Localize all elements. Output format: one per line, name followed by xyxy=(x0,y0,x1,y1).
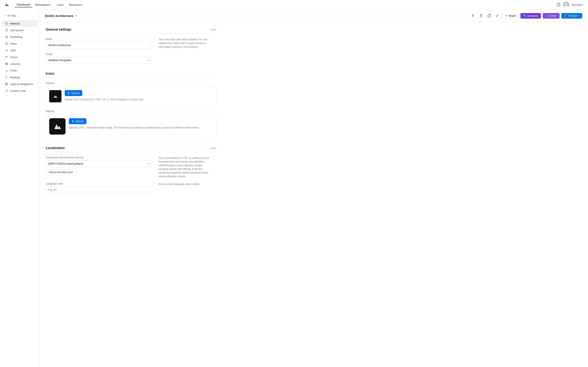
name-field-row: Name This is the site's title within Web… xyxy=(46,38,216,49)
sidebar-item-apps-integrations[interactable]: Apps & Integrations xyxy=(2,81,37,87)
language-helper-text: Set your site's language code to allow xyxy=(158,182,209,186)
back-arrow-icon: ← xyxy=(3,14,6,17)
general-icon xyxy=(5,22,8,25)
webclip-preview xyxy=(49,118,66,134)
favicon-preview xyxy=(49,90,61,102)
seo-icon xyxy=(5,49,8,52)
edit-icon-button[interactable] xyxy=(494,12,501,19)
general-settings-title: General settings xyxy=(46,28,71,31)
editor-icon: ✒️ xyxy=(545,14,549,17)
delete-icon-button[interactable] xyxy=(478,12,484,19)
general-settings-save[interactable]: Save xyxy=(210,28,216,31)
nav-learn[interactable]: Learn xyxy=(55,2,66,7)
svg-rect-10 xyxy=(6,63,7,65)
apps-icon xyxy=(5,82,8,86)
folder-label: Folder xyxy=(46,53,152,56)
sidebar-item-general[interactable]: General xyxy=(2,20,37,27)
site-title-external-icon[interactable]: ↗ xyxy=(75,14,77,17)
sidebar-item-custom-code[interactable]: Custom code xyxy=(2,87,37,94)
svg-point-17 xyxy=(472,15,473,15)
share-button[interactable]: ↗ Share xyxy=(502,13,519,19)
editor-button[interactable]: ✒️ Editor xyxy=(543,13,560,18)
sidebar-item-forms[interactable]: Forms xyxy=(2,54,37,60)
favicon-desc: Upload a 32 × 32 pixel ICO, PNG, GIF, or… xyxy=(65,98,213,101)
name-helper-col: This is the site's title within Webflow.… xyxy=(158,38,209,49)
localization-section: Localization Save Choose the time zone f… xyxy=(46,146,216,193)
marketplace-chevron-icon: ▾ xyxy=(51,4,52,6)
content-area: General settings Save Name This is the s… xyxy=(39,22,223,207)
sidebar-item-backups[interactable]: Backups xyxy=(2,74,37,81)
language-field-row: Language code Set your site's language c… xyxy=(46,182,216,193)
icons-section-title: Icons xyxy=(46,72,54,75)
upload-icon: ⬆ xyxy=(68,92,70,95)
forms-icon xyxy=(5,55,8,59)
site-access-icon xyxy=(5,29,8,32)
resources-chevron-icon: ▾ xyxy=(83,4,84,6)
sidebar-item-publishing[interactable]: Publishing xyxy=(2,34,37,40)
svg-rect-9 xyxy=(5,63,6,65)
nav-marketplace[interactable]: Marketplace ▾ xyxy=(33,2,54,7)
accessibility-icon-button[interactable] xyxy=(470,12,476,19)
avatar[interactable] xyxy=(563,2,569,8)
timezone-helper-col: Time zone defaults to UTC, so setting it… xyxy=(158,156,209,178)
favicon-upload-area: ⬆ Upload Upload a 32 × 32 pixel ICO, PNG… xyxy=(46,87,216,106)
plans-icon xyxy=(5,42,8,45)
main-content: Dimitri Architecture ↗ ↗ Share xyxy=(39,9,588,367)
svg-rect-11 xyxy=(7,63,8,65)
general-settings-section: General settings Save Name This is the s… xyxy=(46,28,216,64)
detect-timezone-button[interactable]: Detect my time zone xyxy=(46,169,76,175)
publish-chevron-icon: ▾ xyxy=(579,15,579,17)
account-button[interactable]: Account ▾ xyxy=(572,3,584,6)
share-icon: ↗ xyxy=(505,14,508,17)
language-helper-col: Set your site's language code to allow xyxy=(158,182,209,193)
name-helper-text: This is the site's title within Webflow.… xyxy=(158,38,209,49)
topnav: Dashboard Marketplace ▾ Learn Resources … xyxy=(0,0,588,9)
language-field-left: Language code xyxy=(46,182,152,193)
svg-point-2 xyxy=(565,3,567,5)
webclip-label: Webclip xyxy=(46,110,216,113)
svg-rect-16 xyxy=(7,84,8,85)
account-chevron-icon: ▾ xyxy=(583,4,584,6)
sub-header-actions: ↗ Share ✏️ Designer ✒️ Editor 🚀 Publish … xyxy=(470,12,582,19)
language-label: Language code xyxy=(46,182,152,185)
folder-field-row: Folder Webflow Templates My Projects Cli… xyxy=(46,53,216,64)
language-input[interactable] xyxy=(46,186,152,193)
localization-header: Localization Save xyxy=(46,146,216,152)
svg-rect-18 xyxy=(488,15,490,17)
favicon-label: Favicon xyxy=(46,82,216,85)
sidebar-item-plans[interactable]: Plans xyxy=(2,40,37,47)
duplicate-icon-button[interactable] xyxy=(486,12,493,19)
logo[interactable] xyxy=(4,2,10,8)
sidebar-item-site-access[interactable]: Site access xyxy=(2,27,37,33)
svg-point-0 xyxy=(559,3,560,4)
back-to-all-sites[interactable]: ← All sites xyxy=(0,13,39,20)
folder-select[interactable]: Webflow Templates My Projects Client Sit… xyxy=(46,57,152,64)
nav-dashboard[interactable]: Dashboard xyxy=(15,2,32,7)
backups-icon xyxy=(5,76,8,79)
sub-header: Dimitri Architecture ↗ ↗ Share xyxy=(39,9,588,22)
webclip-upload-icon: ⬆ xyxy=(72,120,74,123)
name-input[interactable] xyxy=(46,42,152,49)
general-settings-header: General settings Save xyxy=(46,28,216,34)
webclip-upload-button[interactable]: ⬆ Upload xyxy=(69,118,86,124)
publish-button[interactable]: 🚀 Publish ▾ xyxy=(561,13,582,18)
publish-icon: 🚀 xyxy=(564,14,567,17)
sidebar-item-fonts[interactable]: Aa Fonts xyxy=(2,67,37,74)
favicon-upload-button[interactable]: ⬆ Upload xyxy=(65,90,82,96)
svg-rect-13 xyxy=(5,83,6,84)
webclip-upload-area: ⬆ Upload Upload a 256 × 256 pixel webcli… xyxy=(46,115,216,138)
name-field-left: Name xyxy=(46,38,152,49)
topnav-links: Dashboard Marketplace ▾ Learn Resources … xyxy=(15,2,551,7)
localization-save[interactable]: Save xyxy=(210,147,216,150)
sidebar-item-libraries[interactable]: Libraries xyxy=(2,60,37,67)
webclip-upload-content: ⬆ Upload Upload a 256 × 256 pixel webcli… xyxy=(69,118,213,129)
favicon-upload-content: ⬆ Upload Upload a 32 × 32 pixel ICO, PNG… xyxy=(65,90,213,101)
timezone-field-row: Choose the time zone from this list [GMT… xyxy=(46,156,216,178)
designer-button[interactable]: ✏️ Designer xyxy=(520,13,541,18)
sidebar-item-seo[interactable]: SEO xyxy=(2,47,37,54)
nav-resources[interactable]: Resources ▾ xyxy=(67,2,86,7)
libraries-icon xyxy=(5,62,8,66)
timezone-select[interactable]: [GMT+2:00] Europe/Ljubljana [GMT+0:00] U… xyxy=(46,160,152,167)
notifications-icon[interactable] xyxy=(556,2,561,7)
webclip-desc: Upload a 256 × 256 pixel webclip image. … xyxy=(69,126,213,129)
